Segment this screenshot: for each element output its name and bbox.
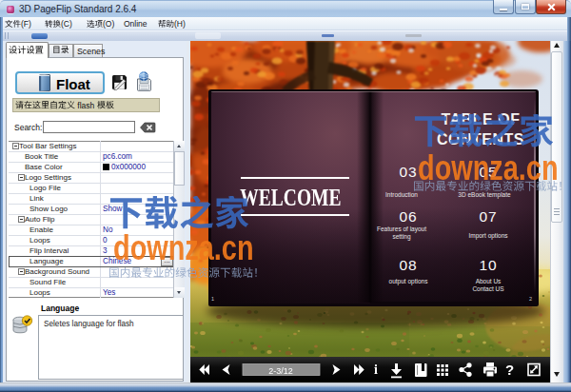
svg-text:2-3/12: 2-3/12 xyxy=(268,366,293,376)
svg-text:i: i xyxy=(374,363,378,377)
svg-text:?: ? xyxy=(505,362,514,378)
